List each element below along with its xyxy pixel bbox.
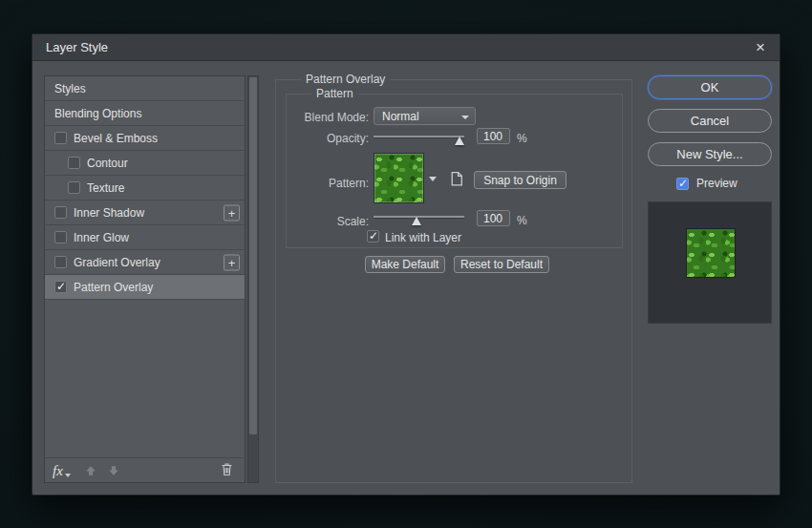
link-with-layer-label: Link with Layer	[385, 231, 461, 244]
new-style-button[interactable]: New Style...	[648, 142, 772, 166]
sidebar-item-label: Bevel & Emboss	[74, 132, 158, 145]
preview-label: Preview	[696, 177, 737, 190]
preview-checkbox[interactable]: ✓	[676, 178, 689, 190]
preview-thumbnail	[648, 201, 772, 324]
plus-icon: +	[228, 206, 236, 219]
slider-track	[374, 136, 464, 137]
pattern-picker-chevron-icon[interactable]	[429, 177, 437, 181]
sidebar-item-label: Inner Glow	[74, 231, 129, 244]
sidebar-item-label: Gradient Overlay	[74, 256, 160, 269]
sidebar-item-label: Blending Options	[54, 107, 141, 120]
texture-checkbox[interactable]: ✓	[68, 181, 80, 194]
contour-checkbox[interactable]: ✓	[68, 157, 80, 169]
new-pattern-button[interactable]	[449, 171, 464, 187]
arrow-up-icon	[84, 464, 97, 477]
sidebar-item-inner-glow[interactable]: ✓ Inner Glow	[45, 225, 245, 250]
cancel-button[interactable]: Cancel	[648, 109, 772, 133]
link-with-layer-checkbox[interactable]: ✓	[367, 230, 379, 243]
close-icon[interactable]: ×	[751, 38, 770, 57]
sidebar-item-gradient-overlay[interactable]: ✓ Gradient Overlay +	[45, 250, 245, 275]
inner-shadow-checkbox[interactable]: ✓	[54, 206, 67, 219]
scale-label: Scale:	[287, 215, 369, 228]
scale-unit: %	[517, 214, 527, 227]
opacity-input[interactable]: 100	[477, 128, 510, 144]
scrollbar-thumb[interactable]	[249, 77, 257, 434]
reset-to-default-button[interactable]: Reset to Default	[454, 256, 549, 273]
sidebar-item-label: Texture	[87, 181, 124, 195]
dialog-title: Layer Style	[46, 40, 108, 54]
chevron-down-icon	[65, 474, 71, 477]
make-default-button[interactable]: Make Default	[365, 256, 445, 273]
preview-option: ✓ Preview	[676, 177, 737, 190]
pattern-overlay-section: Pattern Overlay Pattern Blend Mode: Norm…	[275, 79, 632, 483]
preview-pattern-sample	[686, 228, 736, 278]
scale-slider[interactable]	[374, 213, 464, 226]
layer-style-dialog: Layer Style × Styles Blending Options ✓ …	[32, 33, 780, 496]
fx-icon: fx	[53, 463, 63, 478]
sidebar-item-blending-options[interactable]: Blending Options	[45, 101, 245, 126]
pattern-label: Pattern:	[287, 177, 369, 190]
scale-slider-thumb[interactable]	[412, 217, 421, 225]
sidebar-item-inner-shadow[interactable]: ✓ Inner Shadow +	[45, 201, 245, 225]
blend-mode-value: Normal	[382, 110, 419, 123]
add-gradient-overlay-button[interactable]: +	[224, 254, 240, 270]
group-title: Pattern	[311, 87, 358, 100]
sidebar-item-contour[interactable]: ✓ Contour	[45, 151, 245, 176]
trash-icon	[221, 462, 233, 476]
styles-list: Styles Blending Options ✓ Bevel & Emboss…	[44, 75, 246, 483]
inner-glow-checkbox[interactable]: ✓	[54, 231, 67, 243]
move-effect-up-button[interactable]	[84, 464, 97, 477]
snap-to-origin-button[interactable]: Snap to Origin	[474, 171, 566, 189]
sidebar-item-label: Pattern Overlay	[74, 281, 153, 294]
sidebar-item-texture[interactable]: ✓ Texture	[45, 176, 245, 201]
styles-scrollbar[interactable]	[247, 75, 259, 483]
gradient-overlay-checkbox[interactable]: ✓	[54, 256, 67, 268]
pattern-swatch[interactable]	[374, 153, 424, 203]
bevel-emboss-checkbox[interactable]: ✓	[54, 132, 67, 144]
sidebar-item-styles[interactable]: Styles	[45, 76, 245, 101]
check-icon: ✓	[678, 177, 688, 190]
sidebar-item-pattern-overlay[interactable]: ✓ Pattern Overlay	[45, 275, 245, 300]
opacity-value: 100	[483, 130, 502, 143]
arrow-down-icon	[107, 464, 120, 477]
scale-value: 100	[483, 212, 502, 225]
opacity-unit: %	[517, 132, 527, 145]
opacity-slider-thumb[interactable]	[455, 137, 464, 145]
check-icon: ✓	[56, 280, 66, 293]
ok-button[interactable]: OK	[648, 75, 772, 99]
sidebar-item-bevel-emboss[interactable]: ✓ Bevel & Emboss	[45, 126, 245, 151]
add-inner-shadow-button[interactable]: +	[224, 204, 240, 221]
opacity-slider[interactable]	[374, 133, 464, 146]
sidebar-item-label: Inner Shadow	[74, 206, 144, 220]
pattern-group: Pattern Blend Mode: Normal Opacity: 100 …	[286, 94, 623, 248]
pattern-overlay-checkbox[interactable]: ✓	[54, 281, 67, 293]
sidebar-item-label: Contour	[87, 157, 128, 170]
sidebar-item-label: Styles	[54, 82, 86, 95]
check-icon: ✓	[369, 229, 378, 243]
chevron-down-icon	[461, 116, 469, 119]
section-title: Pattern Overlay	[301, 73, 390, 86]
plus-icon: +	[228, 256, 236, 268]
dialog-titlebar[interactable]: Layer Style ×	[32, 34, 780, 61]
opacity-label: Opacity:	[287, 132, 369, 145]
blend-mode-label: Blend Mode:	[287, 111, 369, 124]
blend-mode-select[interactable]: Normal	[374, 107, 476, 125]
styles-list-footer: fx	[45, 457, 245, 482]
add-effect-button[interactable]: fx	[53, 463, 71, 478]
scale-input[interactable]: 100	[477, 210, 510, 226]
delete-effect-button[interactable]	[221, 462, 233, 479]
move-effect-down-button[interactable]	[107, 464, 120, 477]
desktop-background: Layer Style × Styles Blending Options ✓ …	[0, 0, 812, 528]
new-document-icon	[449, 171, 464, 187]
